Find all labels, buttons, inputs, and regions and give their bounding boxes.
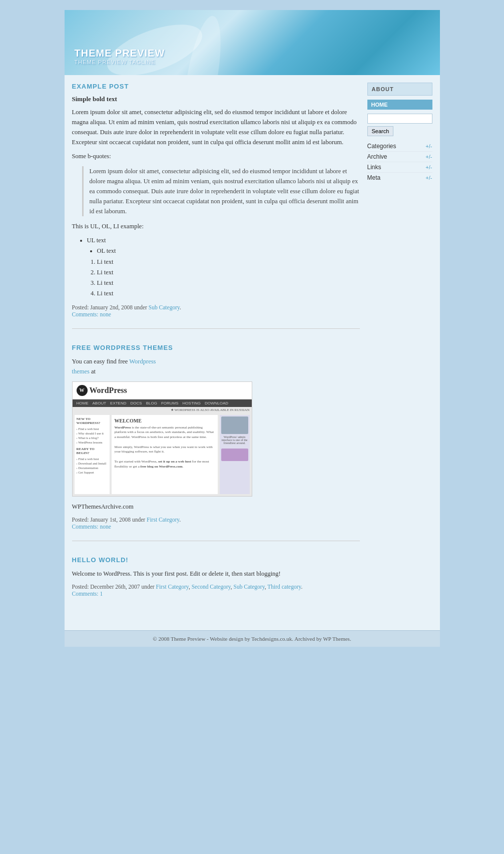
- main-content: EXAMPLE POST Simple bold text Lorem ipsu…: [72, 83, 360, 623]
- sidebar-nav: Categories +/- Archive +/- Links +/- Met…: [367, 141, 432, 183]
- site-header: THEME PREVIEW THEME PREVIEW TAGLINE: [65, 10, 440, 75]
- post-meta-3: Posted: December 26th, 2007 under First …: [72, 584, 360, 590]
- li-item-4: Li text: [97, 288, 360, 299]
- post-body-hello: Welcome to WordPress. This is your first…: [72, 569, 360, 579]
- sidebar-item-archive[interactable]: Archive +/-: [367, 152, 432, 162]
- li-item-1: Li text: [97, 257, 360, 267]
- post-title-example: EXAMPLE POST: [72, 83, 360, 90]
- wordpress-screenshot: W WordPress HOME ABOUT EXTEND DOCS BLOG …: [72, 381, 252, 497]
- wp-images: WordPress' admin interface is one of the…: [220, 415, 250, 494]
- li-item-2: Li text: [97, 267, 360, 278]
- wp-main: WELCOME WordPress is the state-of-the-ar…: [112, 415, 218, 494]
- post-lists: UL text OL text Li text Li text Li text …: [82, 235, 360, 299]
- search-input[interactable]: [367, 114, 432, 124]
- post-meta-2: Posted: January 1st, 2008 under First Ca…: [72, 517, 360, 523]
- wp-logo-text: WordPress: [90, 386, 127, 395]
- footer-text: © 2008 Theme Preview - Website design by…: [153, 636, 351, 642]
- li-item-3: Li text: [97, 278, 360, 288]
- wp-logo-circle: W: [77, 385, 88, 396]
- sidebar-home-button[interactable]: HOME: [367, 100, 432, 110]
- links-toggle[interactable]: +/-: [425, 164, 432, 170]
- post-title-wordpress: FREE WORDPRESS THEMES: [72, 344, 360, 351]
- categories-toggle[interactable]: +/-: [425, 143, 432, 149]
- sidebar-item-links[interactable]: Links +/-: [367, 162, 432, 173]
- post-comments-1[interactable]: Comments: none: [72, 311, 111, 317]
- search-button[interactable]: Search: [367, 126, 394, 136]
- post-blockquote: Lorem ipsum dolor sit amet, consectetur …: [82, 166, 360, 216]
- post-comments-2[interactable]: Comments: none: [72, 524, 111, 530]
- site-footer: © 2008 Theme Preview - Website design by…: [65, 630, 440, 647]
- sidebar-item-meta[interactable]: Meta +/-: [367, 173, 432, 183]
- post-cat-first[interactable]: First Category: [156, 584, 189, 590]
- post-wordpress: FREE WORDPRESS THEMES You can easy find …: [72, 344, 360, 541]
- site-tagline: THEME PREVIEW TAGLINE: [75, 59, 165, 65]
- post-example: EXAMPLE POST Simple bold text Lorem ipsu…: [72, 83, 360, 329]
- wordpress-link[interactable]: Wordpress: [129, 358, 156, 365]
- sidebar-item-categories[interactable]: Categories +/-: [367, 141, 432, 152]
- wp-sidebar: NEW TO WORDPRESS? › Find a web host › Wh…: [75, 415, 110, 494]
- post-cat-second[interactable]: Second Category: [192, 584, 231, 590]
- post-meta-1: Posted: January 2nd, 2008 under Sub Cate…: [72, 304, 360, 310]
- ol-item: OL text: [97, 246, 360, 256]
- post-comments-3[interactable]: Comments: 1: [72, 591, 103, 597]
- sidebar: ABOUT HOME Search Categories +/- Archive…: [367, 83, 432, 183]
- site-name: WPThemesArchive.com: [72, 502, 360, 512]
- themes-link[interactable]: themes: [72, 368, 90, 375]
- list-label: This is UL, OL, LI example:: [72, 221, 360, 231]
- post-cat-third[interactable]: Third category: [267, 584, 301, 590]
- meta-toggle[interactable]: +/-: [425, 175, 432, 181]
- post-category-link-2[interactable]: First Category: [147, 517, 179, 523]
- bquote-label: Some b-quotes:: [72, 151, 360, 161]
- post-bold-text: Simple bold text: [72, 95, 360, 103]
- post-cat-sub[interactable]: Sub Category: [234, 584, 265, 590]
- sidebar-about-label: ABOUT: [367, 83, 432, 96]
- post-body-wordpress: You can easy find free Wordpress themes …: [72, 356, 360, 376]
- post-hello: HELLO WORLD! Welcome to WordPress. This …: [72, 556, 360, 608]
- wp-nav-bar: HOME ABOUT EXTEND DOCS BLOG FORUMS HOSTI…: [73, 399, 252, 407]
- site-title: THEME PREVIEW: [75, 48, 165, 59]
- post-title-hello: HELLO WORLD!: [72, 556, 360, 564]
- post-body-example: Lorem ipsum dolor sit amet, consectetur …: [72, 107, 360, 147]
- post-category-link-1[interactable]: Sub Category: [149, 304, 180, 310]
- archive-toggle[interactable]: +/-: [425, 154, 432, 160]
- ul-item: UL text: [87, 235, 360, 246]
